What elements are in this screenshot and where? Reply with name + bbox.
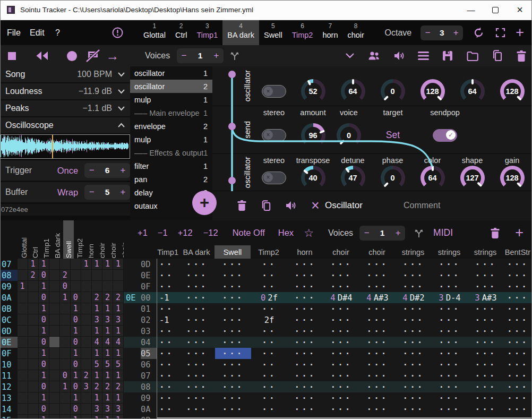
- knob-phase[interactable]: 0: [381, 166, 405, 190]
- split-voices-icon[interactable]: [229, 50, 241, 62]
- pattern-cell[interactable]: ···: [179, 370, 215, 381]
- matrix-column-header[interactable]: Ctrl: [30, 222, 41, 258]
- menu-edit[interactable]: Edit: [30, 20, 45, 45]
- pattern-cell[interactable]: -1: [157, 314, 179, 326]
- pattern-cell[interactable]: ··: [157, 270, 179, 281]
- unit-list-item[interactable]: oscillator1: [130, 66, 212, 80]
- matrix-cell[interactable]: [81, 404, 91, 414]
- matrix-cell[interactable]: [49, 415, 59, 419]
- pattern-cell[interactable]: ···: [359, 348, 396, 359]
- pattern-cell[interactable]: ···: [215, 303, 251, 314]
- send-target-button[interactable]: Set: [386, 130, 400, 141]
- loudness-row[interactable]: Loudness −11.9 dB: [0, 83, 130, 99]
- pattern-cell[interactable]: ···: [468, 392, 504, 404]
- matrix-cell[interactable]: [28, 281, 38, 292]
- pattern-cell[interactable]: ···: [215, 381, 251, 392]
- matrix-cell[interactable]: 1: [102, 348, 113, 358]
- pattern-cell[interactable]: ···: [432, 392, 468, 404]
- matrix-cell[interactable]: 1: [102, 370, 113, 381]
- matrix-cell[interactable]: 3: [113, 404, 123, 414]
- matrix-column-header[interactable]: BA dark: [52, 222, 63, 258]
- matrix-cell[interactable]: 1: [39, 415, 49, 419]
- matrix-cell[interactable]: [18, 292, 28, 303]
- pattern-cell[interactable]: ···: [396, 404, 432, 415]
- pattern-cell[interactable]: 4A#3: [359, 292, 396, 303]
- matrix-cell[interactable]: 1: [39, 392, 49, 403]
- matrix-cell[interactable]: 1: [92, 415, 102, 419]
- matrix-cell[interactable]: 1: [28, 259, 38, 269]
- sendpop-toggle[interactable]: ✓: [433, 129, 457, 142]
- track-header[interactable]: BA dark: [178, 245, 214, 259]
- pattern-cell[interactable]: ···: [468, 359, 504, 370]
- matrix-cell[interactable]: [81, 415, 91, 419]
- tab-horn[interactable]: 7horn: [318, 20, 342, 45]
- matrix-cell[interactable]: 3: [102, 404, 113, 414]
- matrix-cell[interactable]: 1: [39, 281, 49, 292]
- matrix-cell[interactable]: 3: [113, 314, 123, 325]
- pattern-cell[interactable]: ···: [215, 359, 251, 370]
- pattern-cell[interactable]: ···: [323, 359, 359, 370]
- pattern-cell[interactable]: ···: [504, 303, 532, 314]
- matrix-cell[interactable]: [60, 337, 70, 347]
- pattern-cell[interactable]: ··: [251, 370, 287, 381]
- stereo-toggle[interactable]: ×: [262, 129, 286, 142]
- matrix-cell[interactable]: [28, 337, 38, 347]
- pattern-cell[interactable]: ···: [179, 314, 215, 326]
- maximize-button[interactable]: [483, 0, 508, 20]
- knob-color[interactable]: 128: [421, 79, 445, 104]
- midi-button[interactable]: MIDI: [433, 227, 453, 238]
- track-header[interactable]: choir: [359, 245, 395, 259]
- pattern-cell[interactable]: ···: [432, 314, 468, 326]
- pattern-cell[interactable]: ··: [251, 326, 287, 337]
- pattern-cell[interactable]: ···: [504, 292, 532, 303]
- matrix-cell[interactable]: [28, 292, 38, 303]
- matrix-cell[interactable]: [28, 359, 38, 370]
- pattern-cell[interactable]: ···: [359, 381, 396, 392]
- matrix-cell[interactable]: 1: [113, 392, 123, 403]
- pattern-cell[interactable]: ···: [359, 370, 396, 381]
- pattern-cell[interactable]: ···: [179, 381, 215, 392]
- pattern-cell[interactable]: ···: [215, 348, 251, 359]
- matrix-cell[interactable]: [28, 303, 38, 314]
- pattern-cell[interactable]: ···: [432, 259, 468, 270]
- pattern-cell[interactable]: ··: [251, 303, 287, 314]
- track-header[interactable]: Swell: [214, 245, 251, 259]
- matrix-cell[interactable]: 1: [39, 326, 49, 336]
- matrix-cell[interactable]: 1: [71, 370, 81, 381]
- pattern-cell[interactable]: ···: [504, 359, 532, 370]
- copy-icon[interactable]: [492, 49, 503, 62]
- pattern-cell[interactable]: ···: [323, 303, 359, 314]
- pattern-cell[interactable]: ···: [179, 281, 215, 292]
- matrix-cell[interactable]: 0: [71, 359, 81, 370]
- matrix-cell[interactable]: [49, 281, 59, 292]
- pattern-cell[interactable]: ···: [215, 314, 251, 326]
- matrix-cell[interactable]: 1: [113, 348, 123, 358]
- matrix-cell[interactable]: [71, 259, 81, 269]
- pattern-cell[interactable]: ···: [396, 303, 432, 314]
- matrix-cell[interactable]: [28, 415, 38, 419]
- pattern-cell[interactable]: ···: [468, 404, 504, 415]
- matrix-cell[interactable]: 1: [81, 259, 91, 269]
- matrix-cell[interactable]: 2: [92, 381, 102, 392]
- unit-list-item[interactable]: oscillator2: [130, 80, 212, 93]
- track-header[interactable]: Timp2: [251, 245, 287, 259]
- pattern-cell[interactable]: ···: [359, 337, 396, 348]
- track-voices-minus-button[interactable]: −: [359, 228, 374, 238]
- matrix-cell[interactable]: [49, 303, 59, 314]
- matrix-cell[interactable]: 5: [102, 359, 113, 370]
- knob-detune[interactable]: 47: [341, 166, 365, 190]
- pattern-cell[interactable]: 02f: [251, 292, 287, 303]
- matrix-cell[interactable]: 0: [39, 404, 49, 414]
- note-off-button[interactable]: Note Off: [233, 228, 265, 238]
- unit-list-item[interactable]: filter1: [130, 159, 212, 173]
- matrix-cell[interactable]: [81, 292, 91, 303]
- pattern-cell[interactable]: ···: [287, 326, 323, 337]
- pattern-cell[interactable]: ···: [396, 326, 432, 337]
- pattern-cell[interactable]: ···: [215, 392, 251, 404]
- buffer-minus-button[interactable]: −: [84, 187, 99, 198]
- matrix-cell[interactable]: [49, 326, 59, 336]
- pattern-cell[interactable]: ··: [157, 303, 179, 314]
- matrix-cell[interactable]: [81, 303, 91, 314]
- pattern-cell[interactable]: ···: [396, 314, 432, 326]
- copy-unit-icon[interactable]: [260, 191, 272, 220]
